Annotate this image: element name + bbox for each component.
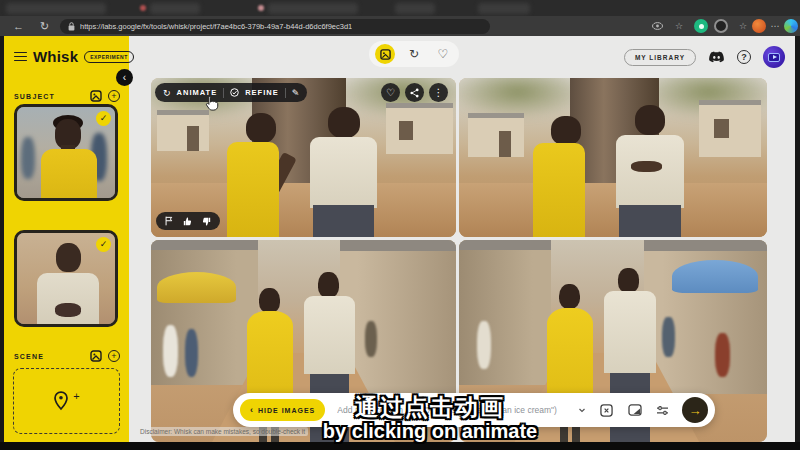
browser-menu-icon[interactable]: ⋯ bbox=[768, 19, 782, 33]
sidebar-collapse-button[interactable]: ‹ bbox=[116, 69, 133, 86]
favorites-mode-icon[interactable]: ♡ bbox=[433, 44, 453, 64]
subject-thumbnail-man[interactable]: ✓ bbox=[14, 230, 118, 327]
scene-label: SCENE bbox=[14, 353, 85, 360]
discord-icon[interactable] bbox=[708, 51, 725, 63]
reload-button[interactable]: ↻ bbox=[40, 16, 49, 36]
sidebar: Whisk EXPERIMENT SUBJECT + ✓ ✓ SCENE bbox=[4, 36, 129, 442]
my-library-button[interactable]: MY LIBRARY bbox=[624, 49, 696, 66]
favorite-heart-icon[interactable]: ♡ bbox=[381, 83, 400, 102]
thumbs-up-icon[interactable] bbox=[183, 217, 192, 226]
more-options-icon[interactable]: ⋮ bbox=[429, 83, 448, 102]
generated-image-2[interactable] bbox=[459, 78, 767, 237]
sidebar-header: Whisk EXPERIMENT bbox=[14, 48, 134, 65]
subject-add-icon[interactable]: + bbox=[107, 89, 121, 103]
extension-icon-green[interactable] bbox=[694, 19, 708, 33]
scene-add-icon[interactable]: + bbox=[107, 349, 121, 363]
subject-label: SUBJECT bbox=[14, 93, 85, 100]
browser-tab bbox=[268, 3, 358, 14]
feedback-buttons bbox=[156, 212, 220, 230]
market-umbrella bbox=[157, 272, 236, 302]
main-content: ↻ ♡ MY LIBRARY ? ↻ bbox=[129, 36, 795, 442]
generated-image-1[interactable]: ↻ ANIMATE REFINE ✎ ♡ ⋮ bbox=[151, 78, 456, 237]
profile-avatar-icon[interactable] bbox=[752, 19, 766, 33]
browser-tab-strip bbox=[0, 0, 800, 16]
thumbs-down-icon[interactable] bbox=[202, 217, 211, 226]
user-avatar[interactable] bbox=[763, 46, 785, 68]
browser-tab bbox=[6, 3, 106, 14]
scene-section-header: SCENE + bbox=[14, 349, 121, 363]
browser-tab bbox=[395, 3, 435, 14]
whisk-app: Whisk EXPERIMENT SUBJECT + ✓ ✓ SCENE bbox=[0, 36, 800, 442]
browser-tab bbox=[150, 3, 200, 14]
image-action-buttons: ♡ ⋮ bbox=[381, 83, 448, 102]
help-icon[interactable]: ? bbox=[737, 50, 751, 64]
password-eye-icon[interactable] bbox=[650, 19, 664, 33]
browser-toolbar: ← ↻ https://labs.google/fx/tools/whisk/p… bbox=[0, 16, 800, 36]
window-bottom-edge bbox=[0, 442, 800, 450]
refine-button[interactable]: REFINE bbox=[245, 88, 279, 97]
mode-switcher: ↻ ♡ bbox=[369, 41, 459, 67]
url-text: https://labs.google/fx/tools/whisk/proje… bbox=[80, 22, 352, 31]
app-title: Whisk bbox=[33, 48, 78, 65]
avatar-play-icon bbox=[768, 53, 780, 62]
edit-pen-icon[interactable]: ✎ bbox=[292, 88, 300, 98]
lock-icon bbox=[68, 22, 75, 31]
tab-favicon bbox=[258, 5, 264, 11]
header-actions: MY LIBRARY ? bbox=[624, 46, 785, 68]
flag-icon[interactable] bbox=[165, 216, 173, 226]
subtitle-english: by clicking on animate bbox=[130, 420, 730, 443]
experiment-badge: EXPERIMENT bbox=[84, 51, 134, 63]
selected-check-badge[interactable]: ✓ bbox=[96, 237, 111, 252]
address-bar[interactable]: https://labs.google/fx/tools/whisk/proje… bbox=[60, 19, 490, 34]
extension-icon-shield[interactable] bbox=[714, 19, 728, 33]
back-button[interactable]: ← bbox=[13, 16, 24, 36]
browser-tab bbox=[478, 3, 530, 14]
scene-add-plus: + bbox=[73, 390, 79, 402]
subject-thumbnail-woman[interactable]: ✓ bbox=[14, 104, 118, 201]
selected-check-badge[interactable]: ✓ bbox=[96, 111, 111, 126]
animate-loop-icon: ↻ bbox=[163, 88, 171, 98]
tab-favicon bbox=[140, 5, 146, 11]
share-icon[interactable] bbox=[405, 83, 424, 102]
animate-mode-icon[interactable]: ↻ bbox=[404, 44, 424, 64]
scene-gallery-icon[interactable] bbox=[89, 349, 103, 363]
bookmark-star-icon[interactable]: ☆ bbox=[672, 19, 686, 33]
extension-icon-star[interactable]: ☆ bbox=[736, 19, 750, 33]
location-pin-icon bbox=[53, 391, 69, 411]
mouse-cursor bbox=[203, 94, 220, 113]
scene-dropzone[interactable]: + bbox=[13, 368, 120, 434]
subject-gallery-icon[interactable] bbox=[89, 89, 103, 103]
browser-chrome: ← ↻ https://labs.google/fx/tools/whisk/p… bbox=[0, 0, 800, 36]
subtitle-chinese: 通过点击动画 bbox=[130, 392, 730, 423]
browser-logo-icon bbox=[784, 19, 798, 33]
image-mode-icon[interactable] bbox=[375, 44, 395, 64]
market-umbrella bbox=[672, 260, 758, 292]
refine-check-icon bbox=[230, 88, 239, 97]
menu-icon[interactable] bbox=[14, 52, 27, 62]
image-toolbar: ↻ ANIMATE REFINE ✎ bbox=[155, 83, 307, 102]
subject-section-header: SUBJECT + bbox=[14, 89, 121, 103]
